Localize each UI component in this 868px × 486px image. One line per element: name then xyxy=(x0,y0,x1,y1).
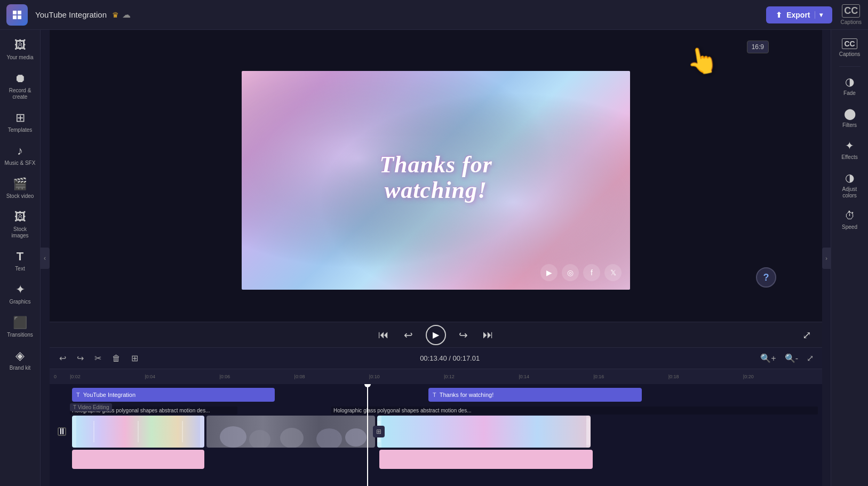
templates-icon: ⊞ xyxy=(15,111,25,125)
sidebar-item-templates[interactable]: ⊞ Templates xyxy=(2,107,38,138)
audio-segment-1[interactable] xyxy=(72,450,204,469)
sidebar-item-label-stock-video: Stock video xyxy=(6,193,34,200)
crown-icon: ♛ xyxy=(112,11,119,19)
sidebar-item-label-stock-images: Stock images xyxy=(4,226,36,239)
right-sidebar-filters[interactable]: ⬤ Filters xyxy=(833,103,866,133)
video-segment-3[interactable] xyxy=(377,416,591,448)
svg-point-3 xyxy=(249,430,270,448)
forward-5s-button[interactable]: ↪ xyxy=(457,326,470,344)
main-layout: 🖼 Your media ⏺ Record &create ⊞ Template… xyxy=(0,30,868,486)
sidebar-item-label-templates: Templates xyxy=(8,127,33,133)
speed-icon: ⏱ xyxy=(845,210,855,222)
sidebar-item-label-graphics: Graphics xyxy=(9,299,30,305)
segment-1-handle-left[interactable] xyxy=(72,416,76,448)
segment-label-2: Holographic glass polygonal shapes abstr… xyxy=(331,407,818,415)
export-button[interactable]: ⬆ Export ▾ xyxy=(766,6,832,23)
sidebar-item-stock-video[interactable]: 🎬 Stock video xyxy=(2,173,38,204)
sidebar-item-music-sfx[interactable]: ♪ Music & SFX xyxy=(2,140,38,171)
sidebar-item-transitions[interactable]: ⬛ Transitions xyxy=(2,312,38,342)
text-block-thanks-for-watching[interactable]: T Thanks for watching! xyxy=(428,388,642,402)
sidebar-item-label-record-create: Record &create xyxy=(9,87,31,100)
segment-3-handle-right[interactable] xyxy=(586,416,591,448)
music-sfx-icon: ♪ xyxy=(17,144,23,158)
text-block-label-1: YouTube Integration xyxy=(83,392,136,398)
zoom-in-button[interactable]: 🔍+ xyxy=(758,351,778,365)
svg-point-5 xyxy=(316,428,342,448)
ruler-mark-2: |0:02 xyxy=(70,374,145,379)
right-sidebar-collapse-button[interactable]: › xyxy=(822,248,831,269)
svg-point-6 xyxy=(345,428,367,447)
aspect-ratio-badge[interactable]: 16:9 xyxy=(747,41,769,53)
graphics-icon: ✦ xyxy=(15,283,25,297)
skip-to-end-button[interactable]: ⏭ xyxy=(481,326,496,343)
rewind-5s-button[interactable]: ↩ xyxy=(402,326,415,344)
right-sidebar-captions[interactable]: CC Captions xyxy=(833,34,866,62)
filters-icon: ⬤ xyxy=(844,107,856,120)
ruler-mark-6: |0:06 xyxy=(219,374,294,379)
preview-text-overlay: Thanks for watching! xyxy=(379,152,492,203)
delete-button[interactable]: 🗑 xyxy=(109,352,124,365)
instagram-social-icon: ◎ xyxy=(562,264,579,281)
cursor-pointer-overlay: 👆 xyxy=(686,46,718,76)
timeline-time-display: 00:13.40 / 00:17.01 xyxy=(420,354,480,362)
right-sidebar-fade[interactable]: ◑ Fade xyxy=(833,71,866,101)
ruler-mark-0: 0 xyxy=(54,374,70,379)
undo-button[interactable]: ↩ xyxy=(56,351,69,365)
preview-social-icons: ▶ ◎ f 𝕏 xyxy=(540,264,622,281)
timeline-ruler: 0 |0:02 |0:04 |0:06 |0:08 |0:10 |0:12 |0… xyxy=(50,369,822,384)
right-sidebar-filters-label: Filters xyxy=(842,122,857,129)
right-sidebar-effects[interactable]: ✦ Effects xyxy=(833,135,866,165)
captions-button[interactable]: CC Captions xyxy=(841,4,862,25)
cut-button[interactable]: ✂ xyxy=(91,351,105,365)
preview-text-line2: watching! xyxy=(385,177,487,203)
twitter-social-icon: 𝕏 xyxy=(604,264,622,281)
video-editing-label: T Video Editing xyxy=(70,403,112,411)
video-labels-row: Holographic glass polygonal shapes abstr… xyxy=(50,405,822,416)
project-title: YouTube Integration xyxy=(35,10,107,19)
preview-canvas: Thanks for watching! ▶ ◎ f 𝕏 xyxy=(242,71,630,290)
sidebar-item-record-create[interactable]: ⏺ Record &create xyxy=(2,67,38,105)
right-sidebar-adjust-colors[interactable]: ◑ Adjust colors xyxy=(833,167,866,203)
text-block-youtube-integration[interactable]: T YouTube Integration xyxy=(72,388,275,402)
right-sidebar-speed[interactable]: ⏱ Speed xyxy=(833,205,866,235)
sidebar-item-text[interactable]: T Text xyxy=(2,245,38,276)
ruler-mark-12: |0:12 xyxy=(444,374,519,379)
record-create-icon: ⏺ xyxy=(14,71,26,85)
video-segment-1[interactable] xyxy=(72,416,204,448)
ruler-mark-10: |0:10 xyxy=(369,374,444,379)
help-button[interactable]: ? xyxy=(756,267,776,288)
right-sidebar-adjust-colors-label: Adjust colors xyxy=(835,186,864,199)
sidebar-item-graphics[interactable]: ✦ Graphics xyxy=(2,278,38,309)
sidebar-item-label-transitions: Transitions xyxy=(7,332,33,338)
video-segment-2[interactable] xyxy=(206,416,375,448)
captions-panel-icon: CC xyxy=(842,38,857,49)
playback-controls: ⏮ ↩ ▶ ↪ ⏭ ⤢ xyxy=(50,322,822,347)
export-up-arrow-icon: ⬆ xyxy=(776,11,782,19)
facebook-social-icon: f xyxy=(583,264,600,281)
right-sidebar-fade-label: Fade xyxy=(843,90,856,97)
sidebar-item-stock-images[interactable]: 🖼 Stock images xyxy=(2,206,38,243)
audio-segment-2[interactable] xyxy=(379,450,593,469)
redo-button[interactable]: ↪ xyxy=(74,351,87,365)
add-media-button[interactable]: ⊞ xyxy=(128,351,141,365)
preview-area: Thanks for watching! ▶ ◎ f 𝕏 16:9 👆 ? xyxy=(50,30,822,322)
text-icon: T xyxy=(17,250,23,264)
fit-timeline-button[interactable]: ⤢ xyxy=(805,351,816,365)
skip-to-start-button[interactable]: ⏮ xyxy=(376,326,391,343)
ruler-mark-14: |0:14 xyxy=(519,374,593,379)
sidebar-collapse-button[interactable]: ‹ xyxy=(40,248,50,269)
audio-track xyxy=(50,448,822,471)
right-sidebar-speed-label: Speed xyxy=(842,224,857,230)
ruler-mark-20: |0:20 xyxy=(743,374,818,379)
zoom-out-button[interactable]: 🔍- xyxy=(783,351,800,365)
fullscreen-button[interactable]: ⤢ xyxy=(800,326,814,344)
sidebar-item-label-your-media: Your media xyxy=(6,54,33,61)
svg-point-2 xyxy=(220,426,246,448)
play-pause-button[interactable]: ▶ xyxy=(426,325,446,345)
sidebar-item-your-media[interactable]: 🖼 Your media xyxy=(2,34,38,65)
segment-split-icon[interactable]: ⊞ xyxy=(373,426,385,437)
segment-1-handle-right[interactable] xyxy=(200,416,204,448)
youtube-social-icon: ▶ xyxy=(540,264,558,281)
right-sidebar-divider-1 xyxy=(839,66,861,67)
sidebar-item-brand-kit[interactable]: ◈ Brand kit xyxy=(2,345,38,376)
